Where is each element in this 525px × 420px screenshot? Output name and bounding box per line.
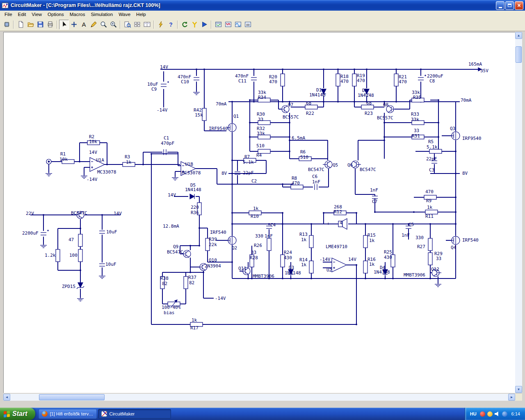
capacitor-symbol: [235, 172, 240, 174]
menu-file[interactable]: File: [2, 11, 15, 17]
restore-button[interactable]: [505, 1, 514, 10]
menu-macros[interactable]: Macros: [67, 11, 88, 17]
schematic-label: 1N4148: [285, 270, 301, 276]
taskbar-tasks: [1] Hifi erősítők terve...CircuitMaker: [35, 408, 464, 420]
schematic-label: 10uF: [106, 229, 117, 235]
schematic-label: 1nF: [370, 187, 378, 193]
run-simulation-button[interactable]: [199, 20, 209, 30]
vertical-scroll-thumb[interactable]: [516, 46, 522, 63]
start-label: Start: [12, 410, 27, 418]
ground-symbol: [172, 175, 178, 180]
zoom-grid-button[interactable]: [132, 20, 142, 30]
select-tool-button[interactable]: [59, 20, 69, 30]
schematic-label: 82: [162, 281, 167, 286]
schematic-label: IRF540: [462, 237, 479, 243]
schematic-label: Q11: [238, 266, 247, 271]
schematic-label: C9: [151, 87, 157, 92]
polarized-capacitor-symbol: [418, 75, 426, 80]
schematic-label: 33: [251, 250, 256, 255]
resistor-symbol: [78, 234, 82, 247]
print-button[interactable]: [45, 20, 55, 30]
horizontal-scrollbar[interactable]: ◄ ►: [3, 394, 515, 401]
circuitmaker-app-icon: [2, 2, 9, 9]
minimize-icon: [499, 7, 502, 8]
blue-status-icon[interactable]: [502, 411, 507, 417]
schematic-label: R28: [250, 255, 258, 260]
signal-generator-button[interactable]: [233, 20, 243, 30]
multimeter-button[interactable]: 88: [243, 20, 253, 30]
scroll-right-button[interactable]: ►: [508, 394, 515, 401]
zoom-tool-button[interactable]: [98, 20, 108, 30]
schematic-label: 470pF: [161, 141, 174, 146]
taskbar-task-circuitmaker[interactable]: CircuitMaker: [98, 409, 171, 419]
scroll-up-button[interactable]: ▲: [515, 32, 522, 39]
menu-help[interactable]: Help: [133, 11, 149, 17]
schematic-label: 510: [300, 155, 308, 160]
wire-tool-button[interactable]: [69, 20, 79, 30]
schematic-label: Q4: [451, 245, 457, 250]
svg-text:A: A: [82, 21, 86, 28]
open-file-icon: [27, 21, 34, 28]
reset-button[interactable]: [180, 20, 189, 30]
firefox-icon: [42, 411, 48, 417]
probe-tool-button[interactable]: [189, 20, 199, 30]
ground-symbol: [99, 274, 105, 278]
open-file-button[interactable]: [25, 20, 35, 30]
zoom-page-icon: [124, 21, 131, 28]
edit-tool-button[interactable]: [89, 20, 98, 30]
menu-simulation[interactable]: Simulation: [88, 11, 116, 17]
schematic-label: R36: [191, 210, 199, 215]
vertical-scroll-track[interactable]: [515, 39, 522, 386]
help-button[interactable]: ?: [166, 20, 176, 30]
schematic-label: 70mA: [216, 101, 227, 107]
schematic-label: 1k: [126, 160, 132, 165]
schematic-label: 22pF: [243, 170, 254, 176]
schematic-label: 1.2k: [45, 253, 56, 258]
resistor-symbol: [428, 253, 432, 265]
scope-window-icon: [215, 21, 222, 28]
menu-options[interactable]: Options: [45, 11, 67, 17]
search-tool-button[interactable]: [108, 20, 118, 30]
start-button[interactable]: Start: [0, 408, 35, 420]
schematic-label: R7: [244, 154, 250, 160]
split-view-button[interactable]: [142, 20, 152, 30]
scroll-down-button[interactable]: ▼: [515, 386, 522, 393]
schematic-label: MMBT3906: [404, 272, 425, 278]
scope-window-button[interactable]: [213, 20, 223, 30]
chip-part-button[interactable]: [2, 20, 11, 30]
schematic-label: 1nF: [312, 179, 320, 185]
menu-wave[interactable]: Wave: [116, 11, 133, 17]
minimize-button[interactable]: [496, 1, 504, 10]
resistor-symbol: [281, 74, 285, 86]
capacitor-symbol: [99, 264, 105, 266]
window-bottom-strip: [0, 402, 525, 408]
scroll-left-button[interactable]: ◄: [3, 394, 10, 401]
volume-icon[interactable]: [495, 411, 500, 417]
schematic-label: -14V: [157, 107, 168, 113]
menu-edit[interactable]: Edit: [15, 11, 29, 17]
schematic-label: 510: [256, 143, 265, 148]
horizontal-scroll-thumb[interactable]: [39, 394, 105, 400]
schematic-label: 1k: [253, 206, 259, 211]
zoom-page-button[interactable]: [122, 20, 132, 30]
language-indicator[interactable]: HU: [470, 411, 477, 416]
save-file-button[interactable]: [35, 20, 45, 30]
taskbar-task-firefox[interactable]: [1] Hifi erősítők terve...: [39, 409, 97, 419]
schematic-label: ZPD15: [62, 284, 75, 289]
simulation-mode-button[interactable]: [156, 20, 166, 30]
new-file-button[interactable]: [16, 20, 25, 30]
close-button[interactable]: ×: [515, 1, 523, 10]
horizontal-scroll-track[interactable]: [10, 394, 508, 401]
schematic-canvas[interactable]: 14V10uFC9-14V470nFC10470nFC11R20470D11N4…: [3, 32, 515, 393]
schematic-wires: [30, 69, 478, 324]
resistor-symbol: [309, 261, 313, 273]
schematic-label: -14V: [87, 177, 98, 182]
red-status-icon[interactable]: [480, 411, 485, 417]
logic-analyzer-button[interactable]: [223, 20, 233, 30]
menu-view[interactable]: View: [29, 11, 45, 17]
vertical-scrollbar[interactable]: ▲ ▼: [515, 32, 522, 393]
desktop: CircuitMaker - [C:\Program Files\...\fél…: [0, 0, 525, 420]
resistor-symbol: [78, 249, 82, 262]
yellow-status-icon[interactable]: [487, 411, 493, 417]
text-tool-button[interactable]: A: [79, 20, 89, 30]
